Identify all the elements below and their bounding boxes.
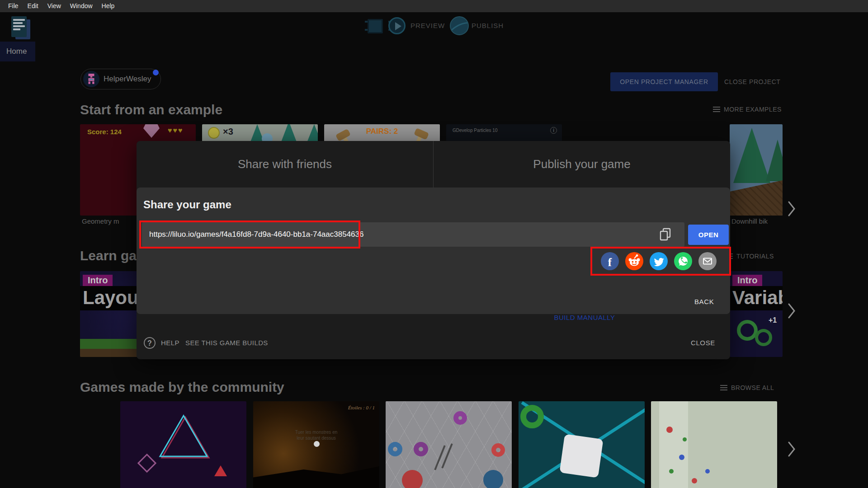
ground-silhouette [253,460,379,488]
help-button[interactable]: HELP [161,339,179,347]
whatsapp-icon [674,252,692,270]
game-url-input[interactable] [142,222,653,247]
green-ring-shape [520,405,544,428]
username-label: HelperWesley [104,75,151,84]
tab-publish-your-game[interactable]: Publish your game [434,141,730,188]
coin-icon [208,127,220,139]
help-icon[interactable]: ? [144,337,156,349]
share-card: Share your game OPEN f [137,188,730,314]
avatar [83,71,99,87]
info-icon[interactable]: i [550,127,557,134]
stick-shape [434,445,445,470]
intro-badge: Intro [83,275,113,287]
ring-shape [388,442,402,456]
community-card-garden[interactable] [651,401,777,488]
ring-shape [755,329,772,346]
menu-view[interactable]: View [43,0,66,12]
close-dialog-button[interactable]: CLOSE [691,339,715,347]
pentagon-gem-shape [143,124,160,138]
particles-label: GDevelop Particles 10 [453,128,498,133]
build-manually-link[interactable]: BUILD MANUALLY [528,314,641,321]
menu-help[interactable]: Help [97,0,119,12]
ring-shape [453,411,467,425]
more-examples-button[interactable]: MORE EXAMPLES [713,106,782,113]
close-project-button[interactable]: CLOSE PROJECT [724,72,781,91]
dialog-footer: ? HELP SEE THIS GAME BUILDS CLOSE [137,335,730,359]
scroll-right-chevron[interactable] [788,441,796,459]
learn-section-title: Learn ga [80,248,137,263]
reddit-icon [625,252,643,270]
examples-section-title: Start from an example [80,102,222,117]
see-game-builds-button[interactable]: SEE THIS GAME BUILDS [185,339,268,347]
project-manager-icon[interactable] [11,16,31,40]
browse-all-button[interactable]: BROWSE ALL [720,384,774,391]
list-icon [720,385,727,390]
tab-home-label: Home [0,42,35,61]
gdevelop-window: File Edit View Window Help PREVIEW PUBLI… [0,0,868,488]
share-title: Share your game [143,198,231,211]
back-button[interactable]: BACK [689,295,719,308]
menu-bar: File Edit View Window Help [0,0,868,12]
debug-icon[interactable] [368,19,383,33]
list-icon [713,107,720,112]
tutorials-button[interactable]: TUTORIALS [726,253,774,260]
publish-globe-icon[interactable] [450,16,469,35]
community-card-hexagons[interactable] [386,401,512,488]
twitter-icon [650,252,668,270]
community-card-night[interactable]: Étoiles : 0 / 1 Tuer les monstres en leu… [253,401,379,488]
community-card-tron[interactable] [519,401,645,488]
learn-card-variables[interactable]: Intro Variab +1 [730,271,783,357]
plus-one-label: +1 [769,316,777,324]
white-square-shape [559,434,603,478]
stars-counter-label: Étoiles : 0 / 1 [348,405,375,410]
ring-shape [414,442,428,456]
scroll-right-chevron[interactable] [788,201,796,218]
scroll-right-chevron[interactable] [788,303,796,320]
dirt-shape [730,180,783,216]
preview-button[interactable]: PREVIEW [410,22,445,29]
email-share-button[interactable] [698,252,717,270]
dialog-tabs: Share with friends Publish your game [137,141,730,188]
community-card-neon[interactable] [120,401,246,488]
neon-triangle-shape [153,412,212,462]
title-strip: Variab [730,286,783,310]
hearts-icons: ♥♥♥ [168,127,184,135]
game-url-field [142,222,684,247]
notification-dot [153,70,159,75]
coin-multiplier-label: ×3 [223,127,233,137]
score-label: Score: 124 [87,128,122,136]
publish-button[interactable]: PUBLISH [472,22,504,29]
tab-share-with-friends[interactable]: Share with friends [137,141,434,188]
menu-edit[interactable]: Edit [23,0,43,12]
card-caption[interactable]: Downhill bik [731,217,768,225]
share-dialog: Share with friends Publish your game Sha… [137,141,730,359]
player-ball-shape [314,441,320,447]
open-game-button[interactable]: OPEN [688,225,729,245]
reddit-share-button[interactable] [625,252,643,270]
menu-file[interactable]: File [4,0,23,12]
tree-shape [766,140,783,181]
copy-icon [658,226,673,242]
profile-chip[interactable]: HelperWesley [80,69,161,89]
community-section-title: Games made by the community [80,380,284,395]
email-icon [698,252,717,270]
tab-home[interactable]: Home [0,42,35,61]
facebook-icon: f [608,256,612,269]
copy-url-button[interactable] [655,225,676,244]
ring-shape [491,443,505,457]
preview-play-icon[interactable] [388,17,406,34]
light-column-shape [659,401,688,488]
menu-window[interactable]: Window [66,0,97,12]
card-caption[interactable]: Geometry m [82,217,119,225]
facebook-share-button[interactable]: f [601,252,619,270]
open-project-manager-button[interactable]: OPEN PROJECT MANAGER [610,72,718,91]
hint-text: Tuer les monstres en leur sautant dessus [253,429,379,441]
whatsapp-share-button[interactable] [674,252,692,270]
red-triangle-shape [214,465,227,476]
twitter-share-button[interactable] [650,252,668,270]
blob-shape [483,470,503,488]
example-card-downhill[interactable] [730,124,783,216]
intro-badge: Intro [732,275,762,287]
tree-shape [733,128,770,183]
blob-shape [402,470,423,488]
